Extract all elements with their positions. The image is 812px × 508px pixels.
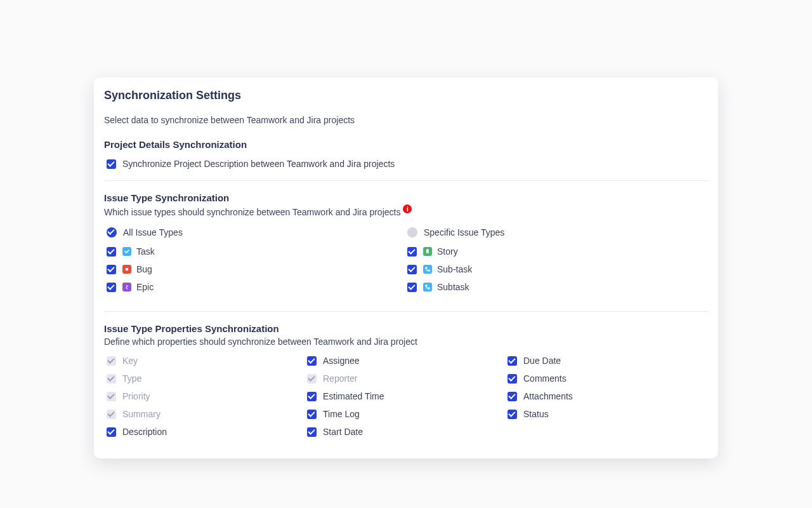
label-issue-subtask1: Sub-task — [437, 264, 472, 274]
issue-type-col-right: Story Sub-task Subtask — [407, 246, 708, 300]
section-properties-desc: Define which properties should synchroni… — [104, 337, 417, 347]
divider — [104, 180, 708, 181]
subtask-icon — [423, 283, 432, 291]
label-specific-issue-types: Specific Issue Types — [424, 227, 504, 237]
label-prop-assignee: Assignee — [323, 356, 360, 366]
divider — [104, 311, 708, 312]
section-issue-type-title: Issue Type Synchronization — [104, 192, 708, 203]
label-prop-key: Key — [122, 356, 138, 366]
bug-icon — [122, 265, 131, 274]
checkbox-prop-key — [107, 356, 116, 366]
checkbox-issue-subtask2[interactable] — [407, 283, 417, 292]
label-issue-subtask2: Subtask — [437, 282, 469, 292]
checkbox-prop-time-log[interactable] — [307, 410, 317, 419]
section-issue-type-desc: Which issue types should synchronize bet… — [104, 207, 708, 217]
properties-col-1: Key Type Priority Summary Description — [107, 356, 307, 444]
svg-rect-4 — [428, 288, 430, 290]
svg-rect-2 — [428, 270, 430, 272]
checkbox-issue-bug[interactable] — [107, 265, 116, 274]
label-issue-epic: Epic — [136, 282, 154, 292]
info-icon[interactable]: i — [403, 204, 412, 213]
label-prop-estimated-time: Estimated Time — [323, 391, 384, 401]
epic-icon — [122, 283, 131, 291]
label-prop-description: Description — [122, 427, 167, 437]
checkbox-issue-epic[interactable] — [107, 283, 116, 292]
checkbox-prop-summary — [107, 410, 116, 419]
label-prop-start-date: Start Date — [323, 427, 363, 437]
properties-col-2: Assignee Reporter Estimated Time Time Lo… — [307, 356, 508, 444]
checkbox-prop-start-date[interactable] — [307, 427, 317, 437]
story-icon — [423, 247, 432, 256]
radio-all-issue-types[interactable] — [107, 227, 117, 237]
page-title: Synchronization Settings — [104, 89, 708, 102]
checkbox-prop-status[interactable] — [508, 410, 517, 419]
section-project-details-title: Project Details Synchronization — [104, 139, 708, 150]
section-properties-title: Issue Type Properties Synchronization — [104, 323, 708, 334]
checkbox-prop-comments[interactable] — [508, 374, 517, 384]
checkbox-prop-assignee[interactable] — [307, 356, 317, 366]
checkbox-prop-priority — [107, 392, 116, 401]
checkbox-prop-due-date[interactable] — [508, 356, 517, 366]
task-icon — [122, 247, 131, 256]
issue-type-desc-text: Which issue types should synchronize bet… — [104, 207, 400, 217]
label-prop-reporter: Reporter — [323, 373, 357, 384]
label-sync-project-description: Synchronize Project Description between … — [122, 159, 395, 169]
checkbox-prop-description[interactable] — [107, 427, 116, 437]
subtask-icon — [423, 265, 432, 274]
label-issue-task: Task — [136, 246, 155, 257]
checkbox-issue-subtask1[interactable] — [407, 265, 417, 274]
checkbox-issue-task[interactable] — [107, 247, 116, 257]
svg-rect-1 — [426, 267, 428, 269]
label-prop-time-log: Time Log — [323, 409, 360, 419]
checkbox-prop-estimated-time[interactable] — [307, 392, 317, 401]
checkbox-sync-project-description[interactable] — [107, 159, 116, 169]
label-prop-attachments: Attachments — [523, 391, 573, 401]
checkbox-prop-reporter — [307, 374, 317, 384]
label-prop-comments: Comments — [523, 373, 566, 384]
label-issue-story: Story — [437, 246, 458, 257]
checkbox-issue-story[interactable] — [407, 247, 417, 257]
checkbox-prop-type — [107, 374, 116, 384]
label-all-issue-types: All Issue Types — [123, 227, 183, 237]
label-prop-due-date: Due Date — [523, 356, 561, 366]
issue-type-col-left: Task Bug Epic — [107, 246, 407, 300]
label-issue-bug: Bug — [136, 264, 152, 274]
settings-panel: Synchronization Settings Select data to … — [94, 77, 718, 458]
checkbox-prop-attachments[interactable] — [508, 392, 517, 401]
radio-specific-issue-types[interactable] — [407, 227, 417, 237]
label-prop-summary: Summary — [122, 409, 160, 419]
label-prop-status: Status — [523, 409, 549, 419]
svg-point-0 — [126, 268, 129, 271]
label-prop-type: Type — [122, 373, 141, 384]
label-prop-priority: Priority — [122, 391, 150, 401]
properties-col-3: Due Date Comments Attachments Status — [508, 356, 708, 444]
svg-rect-3 — [426, 285, 428, 287]
page-intro: Select data to synchronize between Teamw… — [104, 115, 708, 125]
